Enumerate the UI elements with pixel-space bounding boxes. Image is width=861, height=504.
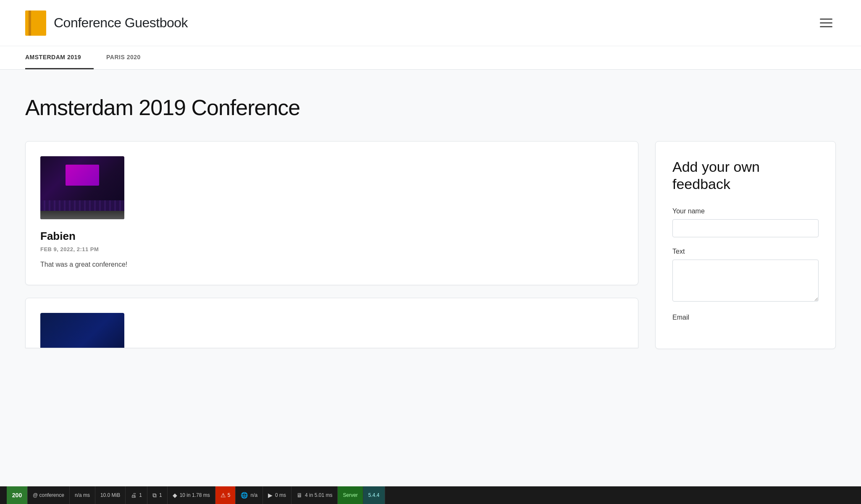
- bottom-toolbar: 200 @ conference n/a ms 10.0 MiB 🖨 1 ⧉ 1…: [0, 486, 861, 504]
- page-title: Amsterdam 2019 Conference: [25, 95, 836, 120]
- diamond-icon: ◆: [173, 492, 177, 499]
- toolbar-status-code: 200: [7, 486, 28, 504]
- globe-icon: 🌐: [241, 492, 248, 499]
- entry-image-2: [40, 313, 124, 348]
- image-inner-1: [40, 156, 124, 219]
- feedback-sidebar: Add your own feedback Your name Text Ema…: [655, 141, 836, 349]
- menu-button[interactable]: [816, 15, 836, 31]
- entry-card-1: Fabien FEB 9, 2022, 2:11 PM That was a g…: [25, 141, 638, 285]
- name-form-group: Your name: [672, 207, 819, 237]
- hamburger-line-3: [820, 26, 832, 27]
- email-form-group: Email: [672, 314, 819, 321]
- arrow-icon: ▶: [268, 492, 273, 499]
- tab-paris-2020[interactable]: PARIS 2020: [106, 46, 153, 69]
- main-content: Amsterdam 2019 Conference Fabien FEB 9, …: [0, 70, 861, 374]
- entry-card-2-partial: [25, 298, 638, 348]
- toolbar-badge-red[interactable]: ⚠ 5: [215, 486, 236, 504]
- toolbar-version: 5.4.4: [363, 486, 385, 504]
- toolbar-print[interactable]: 🖨 1: [126, 486, 147, 504]
- toolbar-sf[interactable]: Server: [338, 486, 363, 504]
- app-title: Conference Guestbook: [54, 15, 188, 31]
- tab-amsterdam-2019[interactable]: AMSTERDAM 2019: [25, 46, 94, 69]
- print-icon: 🖨: [131, 492, 136, 499]
- cards-column: Fabien FEB 9, 2022, 2:11 PM That was a g…: [25, 141, 638, 348]
- name-label: Your name: [672, 207, 819, 215]
- form-title: Add your own feedback: [672, 158, 819, 193]
- image-screen: [66, 165, 99, 186]
- text-input[interactable]: [672, 260, 819, 302]
- hamburger-line-2: [820, 22, 832, 24]
- entry-text-1: That was a great conference!: [40, 259, 623, 270]
- toolbar-globe[interactable]: 🌐 n/a: [236, 486, 263, 504]
- email-label: Email: [672, 314, 819, 321]
- app-logo: [25, 10, 46, 36]
- toolbar-layers[interactable]: ⧉ 1: [147, 486, 168, 504]
- name-input[interactable]: [672, 219, 819, 237]
- layers-icon: ⧉: [152, 492, 157, 499]
- text-label: Text: [672, 248, 819, 255]
- toolbar-diamond[interactable]: ◆ 10 in 1.78 ms: [168, 486, 215, 504]
- toolbar-memory: 10.0 MiB: [95, 486, 126, 504]
- entry-image-1: [40, 156, 124, 219]
- header-left: Conference Guestbook: [25, 10, 188, 36]
- alert-icon: ⚠: [220, 492, 226, 499]
- text-form-group: Text: [672, 248, 819, 303]
- toolbar-arrow: ▶ 0 ms: [263, 486, 291, 504]
- entry-author-1: Fabien: [40, 230, 623, 243]
- nav-tabs: AMSTERDAM 2019 PARIS 2020: [0, 46, 861, 70]
- toolbar-at-label: @ conference: [28, 486, 70, 504]
- toolbar-server[interactable]: 🖥 4 in 5.01 ms: [291, 486, 338, 504]
- content-grid: Fabien FEB 9, 2022, 2:11 PM That was a g…: [25, 141, 836, 349]
- toolbar-perf: n/a ms: [70, 486, 95, 504]
- image-floor: [40, 211, 124, 219]
- entry-date-1: FEB 9, 2022, 2:11 PM: [40, 246, 623, 252]
- hamburger-line-1: [820, 18, 832, 20]
- server-icon: 🖥: [297, 492, 302, 499]
- header: Conference Guestbook: [0, 0, 861, 46]
